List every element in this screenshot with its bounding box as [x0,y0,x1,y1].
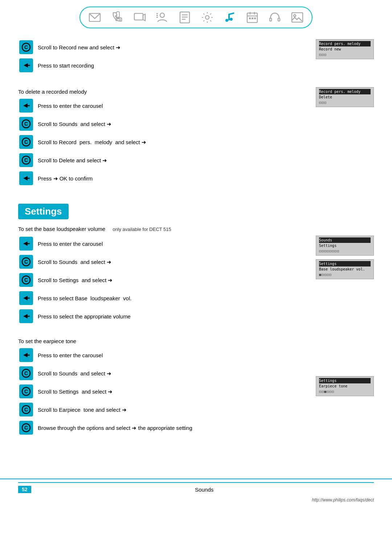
svg-marker-5 [143,14,145,21]
image-icon[interactable] [289,9,305,25]
svg-text:C: C [24,277,28,283]
arrow-volume-icon [19,309,33,323]
page-footer: 52 Sounds http://www.philips.com/faqs/de… [0,479,392,504]
arrow-carousel-icon [19,237,33,251]
envelope-icon[interactable] [87,9,103,25]
svg-text:C: C [24,121,28,127]
notes-icon[interactable] [177,9,193,25]
svg-rect-8 [156,15,158,16]
svg-rect-7 [156,13,158,14]
svg-marker-28 [24,63,28,68]
scroll-ear-settings-icon: C [19,385,33,398]
arrow-ear-carousel-icon [19,348,33,362]
svg-text:C: C [24,259,28,265]
arrow-ok-icon [19,171,33,185]
record-new-screen: Record pers. melody Record new ⊡⊡⊡ [316,39,374,59]
main-content: C Scroll to Record new and select ➜ [0,32,392,464]
music2-icon[interactable] [267,9,283,25]
svg-marker-46 [23,296,28,300]
record-new-section: C Scroll to Record new and select ➜ [18,39,374,76]
scroll-icon: C [19,40,33,54]
svg-marker-38 [23,176,28,180]
svg-rect-9 [156,17,158,18]
base-loudspeaker-section: To set the base loudspeaker volume only … [18,224,374,326]
step-row: C Scroll to Record new and select ➜ [18,39,309,55]
arrow-base-icon [19,291,33,305]
svg-marker-30 [23,103,28,108]
svg-point-14 [205,16,209,19]
scroll-browse-icon: C [19,421,33,435]
contacts-icon[interactable] [154,9,170,25]
arrow-right-icon [19,99,33,113]
svg-point-25 [294,15,296,17]
step2-text: Press to start recording [38,62,309,69]
scroll-c-icon2: C [19,135,33,149]
arrow-icon [19,58,33,72]
base-loudspeaker-heading: To set the base loudspeaker volume [18,226,105,232]
video-icon[interactable] [132,9,148,25]
svg-text:C: C [24,407,28,412]
svg-text:C: C [24,139,28,145]
dect-note: only available for DECT 515 [113,227,171,232]
earpiece-tone-section: To set the earpiece tone Press to enter … [18,338,374,438]
scroll-earpiece-icon: C [19,403,33,416]
svg-text:C: C [24,44,28,50]
step-row: Press to start recording [18,57,309,73]
svg-rect-19 [249,17,251,19]
scroll-c-icon3: C [19,153,33,167]
delete-melody-screen: Record pers. melody Delete ⊡⊡⊡ [316,87,374,107]
earpiece-heading: To set the earpiece tone [18,338,374,344]
page-number: 52 [18,486,31,493]
svg-text:C: C [24,388,28,394]
music-active-icon[interactable] [222,9,238,25]
delete-heading: To delete a recorded melody [18,89,309,95]
svg-rect-22 [270,18,271,21]
footer-title: Sounds [35,487,374,493]
scroll-ear-sounds-icon: C [19,366,33,380]
phone-icon[interactable] [109,9,125,25]
svg-marker-48 [23,314,28,318]
svg-rect-20 [252,17,253,19]
delete-melody-section: To delete a recorded melody Press to ent… [18,87,374,188]
svg-rect-23 [278,18,280,21]
calendar-icon[interactable] [244,9,260,25]
svg-text:C: C [24,157,28,163]
settings-header: Settings [18,204,69,219]
base-loudspeaker-screens: Sounds Settings ⊡⊡⊡⊡⊡⊡⊡⊡ Settings Base l… [316,236,374,279]
svg-text:C: C [24,425,28,431]
scroll-settings-icon: C [19,273,33,287]
scroll-sounds-icon: C [19,255,33,269]
svg-point-6 [160,13,164,17]
svg-marker-40 [23,241,28,246]
svg-rect-21 [254,17,256,19]
settings-icon[interactable] [199,9,215,25]
scroll-c-icon: C [19,117,33,131]
svg-marker-50 [23,353,28,357]
step1-text: Scroll to Record new and select ➜ [38,44,309,51]
top-nav [0,0,392,32]
nav-pill [79,7,313,28]
svg-rect-4 [134,13,143,20]
footer-url: http://www.philips.com/faqs/dect [312,497,374,503]
svg-text:C: C [24,370,28,376]
earpiece-screen: Settings Earpiece tone ⊡⊡■⊡⊡⊡ [316,347,374,396]
